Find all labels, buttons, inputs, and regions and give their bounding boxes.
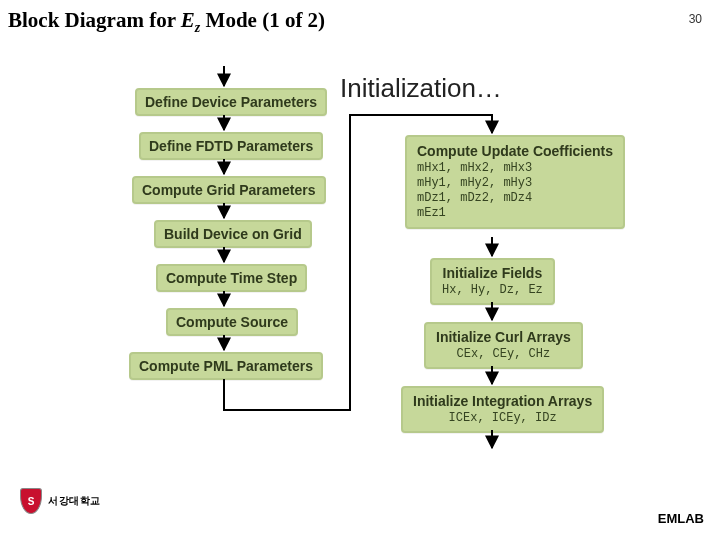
init-curl-line: CEx, CEy, CHz	[436, 347, 571, 362]
title-suffix: Mode (1 of 2)	[200, 8, 325, 32]
coeffs-line-4: mEz1	[417, 206, 613, 221]
box-compute-source: Compute Source	[166, 308, 298, 336]
box-compute-time-step: Compute Time Step	[156, 264, 307, 292]
box-init-fields: Initialize Fields Hx, Hy, Dz, Ez	[430, 258, 555, 305]
lab-name: EMLAB	[658, 511, 704, 526]
shield-icon: S	[20, 488, 42, 514]
init-integration-title: Initialize Integration Arrays	[413, 393, 592, 409]
university-name: 서강대학교	[48, 494, 101, 508]
box-compute-pml: Compute PML Parameters	[129, 352, 323, 380]
box-compute-grid-params: Compute Grid Parameters	[132, 176, 326, 204]
coeffs-line-2: mHy1, mHy2, mHy3	[417, 176, 613, 191]
box-define-device-params: Define Device Parameters	[135, 88, 327, 116]
box-build-device: Build Device on Grid	[154, 220, 312, 248]
init-curl-title: Initialize Curl Arrays	[436, 329, 571, 345]
init-integration-line: ICEx, ICEy, IDz	[413, 411, 592, 426]
init-fields-line: Hx, Hy, Dz, Ez	[442, 283, 543, 298]
box-update-coeffs-title: Compute Update Coefficients	[417, 143, 613, 159]
coeffs-line-3: mDz1, mDz2, mDz4	[417, 191, 613, 206]
coeffs-line-1: mHx1, mHx2, mHx3	[417, 161, 613, 176]
box-init-curl: Initialize Curl Arrays CEx, CEy, CHz	[424, 322, 583, 369]
box-update-coeffs: Compute Update Coefficients mHx1, mHx2, …	[405, 135, 625, 229]
section-title: Initialization…	[340, 73, 502, 104]
slide-number: 30	[689, 12, 702, 26]
box-define-fdtd-params: Define FDTD Parameters	[139, 132, 323, 160]
box-init-integration: Initialize Integration Arrays ICEx, ICEy…	[401, 386, 604, 433]
title-prefix: Block Diagram for	[8, 8, 181, 32]
university-logo: S 서강대학교	[20, 488, 101, 514]
title-var: E	[181, 8, 195, 32]
slide-title: Block Diagram for Ez Mode (1 of 2)	[8, 8, 325, 36]
init-fields-title: Initialize Fields	[442, 265, 543, 281]
